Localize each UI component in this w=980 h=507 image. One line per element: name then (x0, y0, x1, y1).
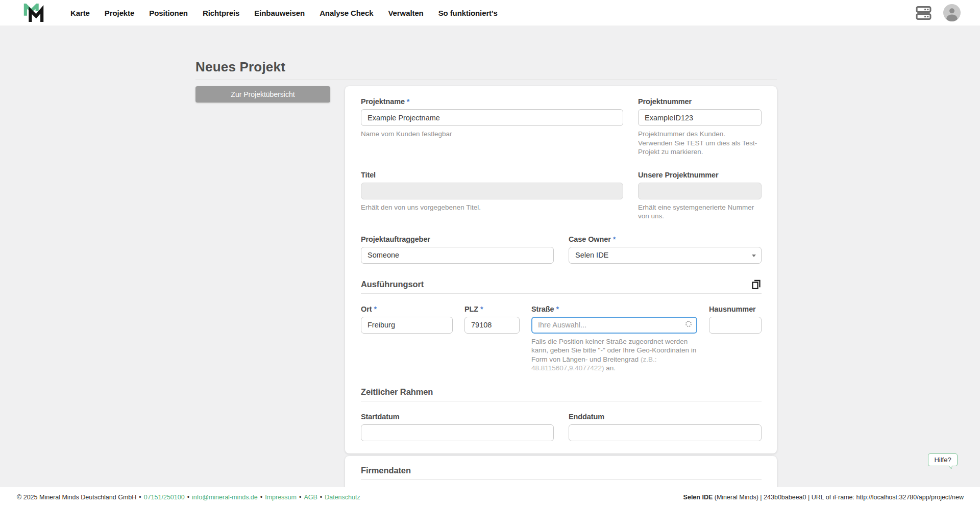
projektauftraggeber-input[interactable] (361, 247, 554, 264)
chevron-down-icon (752, 255, 756, 257)
nav-item-positionen[interactable]: Positionen (149, 9, 188, 17)
nav-item-karte[interactable]: Karte (70, 9, 90, 17)
titel-input (361, 183, 623, 199)
enddatum-label: Enddatum (569, 413, 762, 421)
field-enddatum: Enddatum (569, 413, 762, 441)
field-ort: Ort (361, 305, 453, 373)
field-projektname: Projektname Name vom Kunden festlegbar (361, 97, 623, 157)
footer-separator: • (260, 494, 262, 501)
unsere-projektnummer-input (638, 183, 762, 199)
page-title: Neues Projekt (195, 59, 285, 75)
field-hausnummer: Hausnummer (709, 305, 762, 373)
footer-separator: • (139, 494, 141, 501)
field-strasse: Straße Falls die Position keiner Straße … (531, 305, 697, 373)
projektname-label: Projektname (361, 97, 623, 106)
startdatum-label: Startdatum (361, 413, 554, 421)
nav-item-analyse-check[interactable]: Analyse Check (320, 9, 373, 17)
back-to-project-overview-button[interactable]: Zur Projektübersicht (195, 86, 330, 103)
projektnummer-helper: Projektnummer des Kunden. Verwenden Sie … (638, 130, 762, 157)
hausnummer-input[interactable] (709, 317, 762, 334)
field-case-owner: Case Owner Selen IDE (569, 235, 762, 264)
title-divider (195, 80, 777, 80)
help-button-label: Hilfe? (934, 456, 951, 464)
field-unsere-projektnummer: Unsere Projektnummer Erhält eine systemg… (638, 171, 762, 221)
hausnummer-label: Hausnummer (709, 305, 762, 313)
section-firmendaten: Firmendaten (361, 466, 411, 475)
projektnummer-label: Projektnummer (638, 97, 762, 106)
footer-session-detail: (Mineral Minds) | 243b0babeea0 | URL of … (713, 494, 964, 501)
projektnummer-input[interactable] (638, 109, 762, 126)
unsere-projektnummer-label: Unsere Projektnummer (638, 171, 762, 179)
titel-label: Titel (361, 171, 623, 179)
top-nav-bar: Karte Projekte Positionen Richtpreis Ein… (0, 0, 980, 26)
footer-session-info: Selen IDE (Mineral Minds) | 243b0babeea0… (683, 494, 964, 501)
footer: © 2025 Mineral Minds Deutschland GmbH • … (0, 487, 980, 507)
footer-user-name: Selen IDE (683, 494, 713, 501)
footer-link-phone[interactable]: 07151/250100 (144, 494, 185, 501)
nav-item-projekte[interactable]: Projekte (105, 9, 134, 17)
footer-link-agb[interactable]: AGB (304, 494, 317, 501)
footer-link-email[interactable]: info@mineral-minds.de (192, 494, 258, 501)
section-divider (361, 401, 762, 401)
enddatum-input[interactable] (569, 424, 762, 441)
plz-input[interactable] (464, 317, 520, 334)
nav-item-einbauweisen[interactable]: Einbauweisen (254, 9, 305, 17)
projektname-input[interactable] (361, 109, 623, 126)
copy-icon[interactable] (751, 278, 762, 290)
footer-separator: • (320, 494, 322, 501)
footer-separator: • (299, 494, 301, 501)
field-projektnummer: Projektnummer Projektnummer des Kunden. … (638, 97, 762, 157)
strasse-helper: Falls die Position keiner Straße zugeord… (531, 337, 697, 373)
footer-separator: • (187, 494, 189, 501)
nav-item-verwalten[interactable]: Verwalten (388, 9, 424, 17)
projektauftraggeber-label: Projektauftraggeber (361, 235, 554, 243)
server-icon[interactable] (916, 6, 932, 20)
strasse-input[interactable] (531, 317, 697, 334)
case-owner-selected-value: Selen IDE (575, 251, 608, 259)
main-nav: Karte Projekte Positionen Richtpreis Ein… (70, 0, 498, 26)
nav-item-so-funktionierts[interactable]: So funktioniert's (438, 9, 498, 17)
titel-helper: Erhält den von uns vorgegebenen Titel. (361, 203, 623, 212)
section-ausfuehrungsort: Ausführungsort (361, 280, 424, 289)
section-zeitlicher-rahmen: Zeitlicher Rahmen (361, 387, 433, 397)
footer-link-impressum[interactable]: Impressum (265, 494, 297, 501)
case-owner-label: Case Owner (569, 235, 762, 243)
help-button[interactable]: Hilfe? (928, 453, 958, 466)
mineral-minds-logo[interactable] (23, 4, 44, 23)
ort-input[interactable] (361, 317, 453, 334)
plz-label: PLZ (464, 305, 520, 313)
footer-copyright: © 2025 Mineral Minds Deutschland GmbH (17, 494, 136, 501)
case-owner-select[interactable]: Selen IDE (569, 247, 762, 264)
field-plz: PLZ (464, 305, 520, 373)
field-titel: Titel Erhält den von uns vorgegebenen Ti… (361, 171, 623, 221)
ort-label: Ort (361, 305, 453, 313)
unsere-projektnummer-helper: Erhält eine systemgenerierte Nummer von … (638, 203, 762, 221)
nav-item-richtpreis[interactable]: Richtpreis (203, 9, 239, 17)
projektname-helper: Name vom Kunden festlegbar (361, 130, 623, 139)
section-divider (361, 479, 762, 480)
field-projektauftraggeber: Projektauftraggeber (361, 235, 554, 264)
new-project-form-card: Projektname Name vom Kunden festlegbar P… (345, 86, 777, 453)
footer-link-datenschutz[interactable]: Datenschutz (325, 494, 360, 501)
strasse-label: Straße (531, 305, 697, 313)
section-divider (361, 293, 762, 294)
user-avatar[interactable] (943, 4, 961, 21)
field-startdatum: Startdatum (361, 413, 554, 441)
startdatum-input[interactable] (361, 424, 554, 441)
